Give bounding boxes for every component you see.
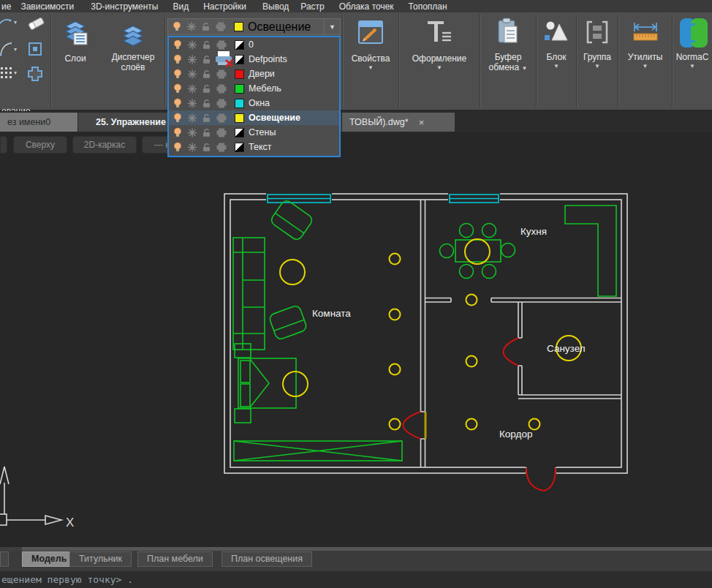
unlock-icon[interactable]: [201, 69, 213, 80]
viewport-menu-button[interactable]: [0, 136, 7, 154]
layer-row-walls[interactable]: Стены: [169, 125, 339, 140]
layer-color-swatch[interactable]: [234, 22, 243, 31]
unlock-icon[interactable]: [200, 21, 212, 32]
spline-tool-button[interactable]: ▾: [0, 16, 17, 28]
arc-tool-button[interactable]: ▾: [0, 42, 17, 56]
chevron-down-icon: ▼: [643, 64, 648, 69]
freeze-icon[interactable]: [186, 98, 198, 109]
utilities-button[interactable]: Утилиты ▼: [628, 12, 663, 69]
print-icon[interactable]: [216, 113, 229, 124]
layout-tab-furniture[interactable]: План мебели: [137, 551, 213, 567]
view-direction-button[interactable]: Сверху: [13, 136, 67, 154]
layer-row-furniture[interactable]: Мебель: [169, 81, 339, 96]
chevron-down-icon[interactable]: ▾: [14, 19, 17, 26]
layer-color-swatch[interactable]: [235, 69, 244, 79]
layers-button[interactable]: Слои: [62, 12, 88, 64]
bulb-on-icon[interactable]: [172, 69, 183, 80]
bulb-on-icon[interactable]: [172, 113, 183, 124]
layer-color-swatch[interactable]: [235, 55, 244, 64]
menu-item-topoplan[interactable]: Топоплан: [409, 1, 447, 12]
print-icon[interactable]: [216, 83, 229, 94]
room-label-corridor: Кордор: [499, 429, 532, 440]
bulb-on-icon[interactable]: [172, 54, 183, 65]
menu-item-settings[interactable]: Настройки: [203, 1, 246, 12]
freeze-icon[interactable]: [186, 54, 198, 65]
print-icon[interactable]: [216, 98, 229, 109]
decoration-button[interactable]: Оформление ▼: [412, 12, 466, 71]
print-icon[interactable]: [215, 21, 228, 32]
erase-tool-button[interactable]: [26, 15, 45, 31]
clipboard-button[interactable]: Буфер обмена ▼: [489, 12, 528, 72]
print-icon[interactable]: [216, 39, 229, 50]
center-mark-tool-button[interactable]: [26, 40, 44, 58]
chevron-down-icon[interactable]: ▾: [14, 69, 17, 76]
menu-item-view[interactable]: Вид: [173, 1, 189, 12]
chevron-down-icon[interactable]: ▼: [324, 19, 340, 34]
union-tool-button[interactable]: [26, 65, 44, 83]
command-line[interactable]: ещением первую точку> .: [0, 569, 712, 588]
layer-row-windows[interactable]: Окна: [169, 96, 339, 110]
layout-tab-title[interactable]: Титульник: [69, 551, 132, 567]
block-button[interactable]: Блок ▼: [542, 12, 571, 69]
bulb-on-icon[interactable]: [171, 21, 183, 32]
print-icon[interactable]: [216, 142, 229, 153]
menu-item-partial[interactable]: ие: [1, 1, 11, 12]
layer-color-swatch[interactable]: [235, 143, 244, 152]
layout-tab-model[interactable]: Модель: [22, 551, 76, 567]
document-tab-unnamed[interactable]: ез имени0: [0, 113, 77, 132]
bulb-on-icon[interactable]: [172, 39, 183, 50]
layer-row-defpoints[interactable]: Defpoints: [169, 52, 339, 67]
layout-nav-button[interactable]: [0, 551, 9, 567]
chevron-down-icon[interactable]: ▾: [14, 46, 17, 53]
freeze-icon[interactable]: [186, 113, 198, 124]
layer-row-doors[interactable]: Двери: [169, 67, 339, 81]
menu-item-output[interactable]: Вывод: [262, 1, 289, 12]
unlock-icon[interactable]: [201, 83, 213, 94]
layer-color-swatch[interactable]: [235, 84, 244, 94]
document-tab-active[interactable]: ТОВЫЙ).dwg* ×: [342, 113, 455, 132]
no-print-icon[interactable]: [214, 50, 235, 68]
close-icon[interactable]: ×: [419, 117, 425, 128]
drawing-canvas[interactable]: Комната Кухня Санузел Кордор X Сверху 2D…: [0, 132, 712, 547]
group-button[interactable]: Группа ▼: [583, 12, 612, 69]
freeze-icon[interactable]: [186, 21, 197, 32]
unlock-icon[interactable]: [201, 98, 213, 109]
unlock-icon[interactable]: [201, 142, 213, 153]
layer-row-text[interactable]: Текст: [169, 140, 339, 154]
layer-combo-box[interactable]: Освещение ▼: [167, 18, 341, 35]
unlock-icon[interactable]: [201, 54, 213, 65]
menu-item-3d-tools[interactable]: 3D-инструменты: [91, 1, 158, 12]
bulb-on-icon[interactable]: [172, 127, 183, 138]
layer-color-swatch[interactable]: [235, 40, 244, 50]
visual-style-button[interactable]: 2D-каркас: [72, 136, 137, 154]
point-grid-tool-button[interactable]: ▾: [0, 67, 17, 78]
freeze-icon[interactable]: [186, 142, 198, 153]
properties-button[interactable]: Свойства ▼: [352, 12, 390, 71]
unlock-icon[interactable]: [201, 39, 213, 50]
unlock-icon[interactable]: [201, 127, 213, 138]
print-icon[interactable]: [216, 127, 229, 138]
clipboard-icon: [494, 17, 522, 52]
bulb-on-icon[interactable]: [172, 98, 183, 109]
chevron-down-icon: ▼: [594, 64, 600, 69]
layer-row-0[interactable]: 0: [169, 37, 339, 52]
freeze-icon[interactable]: [186, 39, 198, 50]
unlock-icon[interactable]: [201, 113, 213, 124]
layer-row-lighting-selected[interactable]: Освещение: [169, 110, 339, 125]
layout-tab-lighting[interactable]: План освещения: [221, 551, 312, 567]
menu-item-dependencies[interactable]: Зависимости: [20, 1, 74, 12]
layer-color-swatch[interactable]: [235, 99, 244, 108]
menu-item-raster[interactable]: Растр: [300, 1, 324, 12]
layer-manager-button[interactable]: Диспетчер слоёв: [112, 12, 155, 72]
freeze-icon[interactable]: [186, 127, 198, 138]
layer-color-swatch[interactable]: [235, 113, 244, 123]
horizontal-scrollbar[interactable]: [0, 547, 712, 551]
print-icon[interactable]: [216, 69, 229, 80]
normacs-button[interactable]: NormaC ▼: [675, 12, 709, 69]
menu-item-point-clouds[interactable]: Облака точек: [339, 1, 394, 12]
bulb-on-icon[interactable]: [172, 142, 183, 153]
layer-color-swatch[interactable]: [235, 128, 244, 137]
bulb-on-icon[interactable]: [172, 83, 183, 94]
freeze-icon[interactable]: [186, 83, 198, 94]
freeze-icon[interactable]: [186, 69, 198, 80]
